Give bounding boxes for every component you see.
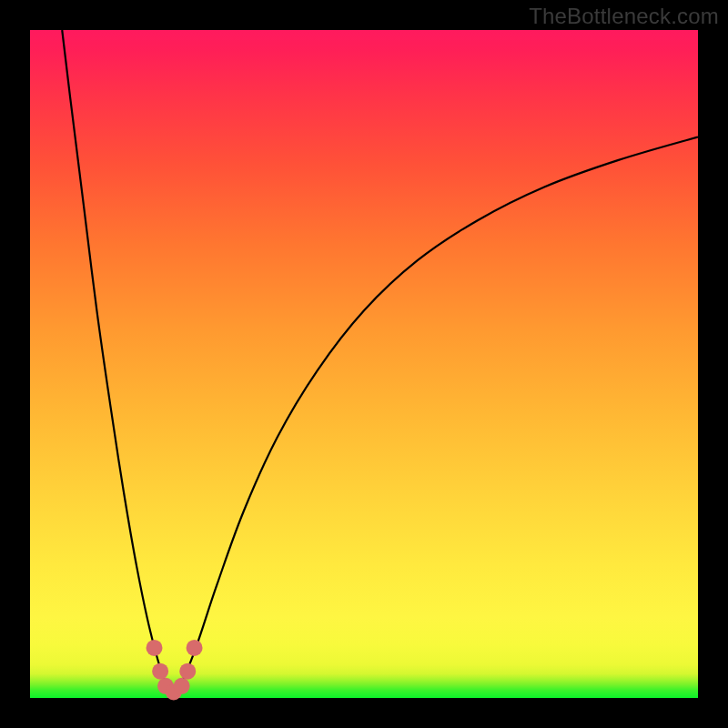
valley-marker-dot [187,640,203,656]
chart-frame: TheBottleneck.com [0,0,728,728]
curve-right-branch [174,136,698,694]
valley-marker-dot [152,663,168,680]
chart-svg [30,30,698,698]
curve-left-branch [62,30,174,694]
plot-area [30,30,698,698]
valley-markers [147,640,203,700]
watermark-text: TheBottleneck.com [529,4,719,29]
valley-marker-dot [174,678,190,694]
curve-group [62,30,698,694]
valley-marker-dot [179,663,196,680]
valley-marker-dot [147,640,163,656]
